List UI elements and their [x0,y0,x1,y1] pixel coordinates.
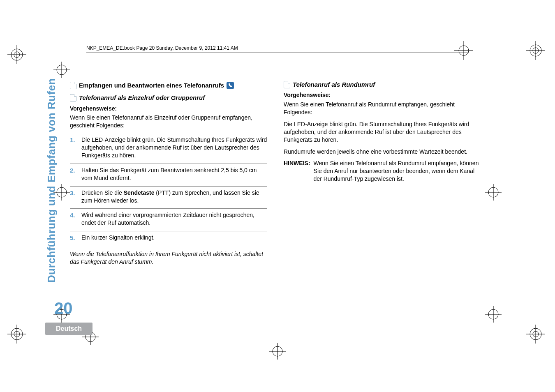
document-icon [284,81,290,88]
list-item-text: Drücken Sie die Sendetaste (PTT) zum Spr… [81,189,259,204]
list-item-text: Halten Sie das Funkgerät zum Beantworten… [81,167,257,181]
list-item-text: Wird während einer vorprogrammierten Zei… [81,212,254,226]
document-icon [70,82,76,89]
footnote: Wenn die Telefonanruffunktion in Ihrem F… [70,250,267,266]
section-heading-text: Empfangen und Beantworten eines Telefona… [79,81,224,90]
intro-paragraph: Wenn Sie einen Telefonanruf als Einzelru… [70,114,267,129]
crop-mark-icon [7,45,26,64]
subsection-heading-text: Telefonanruf als Rundumruf [293,81,375,89]
crop-mark-icon [7,325,26,344]
body-paragraph: Rundumrufe werden jeweils ohne eine vorb… [284,148,481,156]
language-tab: Deutsch [45,323,92,335]
phone-icon [227,82,234,89]
list-item-text: Die LED-Anzeige blinkt grün. Die Stummsc… [81,136,267,159]
side-section-title: Durchführung und Empfang von Rufen [45,78,58,283]
page-number: 20 [54,299,73,318]
document-icon [70,94,76,101]
procedure-label: Vorgehensweise: [284,91,481,99]
note: HINWEIS: Wenn Sie einen Telefonanruf als… [284,159,481,183]
right-column: Telefonanruf als Rundumruf Vorgehensweis… [284,78,481,291]
header-rule [86,53,469,53]
running-head: NKP_EMEA_DE.book Page 20 Sunday, Decembe… [86,43,510,53]
body-paragraph: Die LED-Anzeige blinkt grün. Die Stummsc… [284,120,481,144]
procedure-label: Vorgehensweise: [70,105,267,113]
subsection-heading-text: Telefonanruf als Einzelruf oder Gruppenr… [79,94,205,102]
list-item: Wird während einer vorprogrammierten Zei… [70,209,267,231]
procedure-list: Die LED-Anzeige blinkt grün. Die Stummsc… [70,134,267,246]
list-item: Halten Sie das Funkgerät zum Beantworten… [70,164,267,187]
intro-paragraph: Wenn Sie einen Telefonanruf als Rundumru… [284,101,481,116]
section-heading: Empfangen und Beantworten eines Telefona… [70,81,267,90]
list-item: Ein kurzer Signalton erklingt. [70,231,267,246]
page: NKP_EMEA_DE.book Page 20 Sunday, Decembe… [45,43,510,335]
list-item: Drücken Sie die Sendetaste (PTT) zum Spr… [70,187,267,209]
subsection-heading: Telefonanruf als Einzelruf oder Gruppenr… [70,94,267,102]
crop-mark-icon [526,325,545,344]
note-label: HINWEIS: [284,159,310,183]
side-section-tab: Durchführung und Empfang von Rufen [45,78,62,291]
note-text: Wenn Sie einen Telefonanruf als Rundumru… [314,159,481,183]
left-column: Empfangen und Beantworten eines Telefona… [70,78,267,291]
crop-mark-icon [269,343,286,360]
list-item: Die LED-Anzeige blinkt grün. Die Stummsc… [70,134,267,164]
subsection-heading: Telefonanruf als Rundumruf [284,81,481,89]
list-item-text: Ein kurzer Signalton erklingt. [81,234,155,241]
crop-mark-icon [526,41,545,60]
